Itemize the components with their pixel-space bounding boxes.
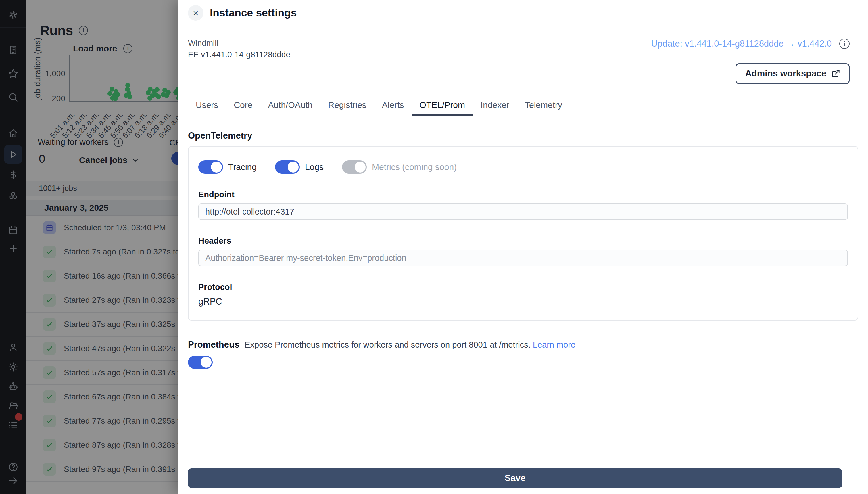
version-block: Windmill EE v1.441.0-14-g81128ddde [188,39,290,59]
metrics-coming-soon--toggle [342,160,367,174]
edition-version: EE v1.441.0-14-g81128ddde [188,50,290,59]
logs-toggle[interactable] [275,160,300,174]
update-wrap: Update: v1.441.0-14-g81128ddde → v1.442.… [651,39,858,49]
otel-toggles: TracingLogsMetrics (coming soon) [198,160,848,174]
external-link-icon [831,69,840,78]
toggle-group-logs: Logs [275,160,323,174]
update-link[interactable]: Update: v1.441.0-14-g81128ddde → v1.442.… [651,39,832,49]
save-button[interactable]: Save [188,469,842,488]
settings-tabs: UsersCoreAuth/OAuthRegistriesAlertsOTEL/… [188,97,858,116]
otel-card: TracingLogsMetrics (coming soon) Endpoin… [188,146,858,321]
close-button[interactable]: × [188,5,203,21]
tab-registries[interactable]: Registries [320,97,374,116]
toggle-knob [288,162,299,172]
tab-otel-prom[interactable]: OTEL/Prom [412,97,473,116]
tab-auth-oauth[interactable]: Auth/OAuth [260,97,320,116]
toggle-label: Tracing [228,162,257,172]
toggle-label: Metrics (coming soon) [372,162,457,172]
protocol-value: gRPC [198,297,848,307]
prometheus-line: Prometheus Expose Prometheus metrics for… [188,340,858,350]
instance-settings-modal: × Instance settings Windmill EE v1.441.0… [178,0,868,494]
screen: Runs Load more job duration (ms) 1,000 2… [0,0,868,494]
tracing-toggle[interactable] [198,160,223,174]
info-icon[interactable] [839,39,850,49]
endpoint-input[interactable] [198,203,848,220]
version-row: Windmill EE v1.441.0-14-g81128ddde Updat… [188,26,858,59]
modal-header: × Instance settings [178,0,868,26]
modal-title: Instance settings [210,7,297,19]
tab-indexer[interactable]: Indexer [473,97,517,116]
modal-body: Windmill EE v1.441.0-14-g81128ddde Updat… [178,26,868,494]
prometheus-toggle[interactable] [188,356,213,369]
tab-alerts[interactable]: Alerts [374,97,412,116]
toggle-knob [211,162,222,172]
protocol-label: Protocol [198,282,848,292]
learn-more-link[interactable]: Learn more [533,340,575,349]
headers-input[interactable] [198,250,848,266]
tab-core[interactable]: Core [226,97,260,116]
admins-row: Admins workspace [188,63,858,84]
prometheus-block: Prometheus Expose Prometheus metrics for… [188,340,858,369]
app-name: Windmill [188,39,290,48]
tab-users[interactable]: Users [188,97,226,116]
admins-workspace-button[interactable]: Admins workspace [735,63,850,84]
headers-label: Headers [198,236,848,246]
prometheus-title: Prometheus [188,340,239,350]
toggle-group-metrics-coming-soon-: Metrics (coming soon) [342,160,457,174]
toggle-label: Logs [305,162,323,172]
admins-workspace-label: Admins workspace [745,69,826,79]
toggle-knob [201,357,212,368]
toggle-group-tracing: Tracing [198,160,257,174]
otel-section-title: OpenTelemetry [188,131,858,141]
tab-telemetry[interactable]: Telemetry [517,97,570,116]
toggle-knob [355,162,366,172]
endpoint-label: Endpoint [198,190,848,199]
prometheus-description: Expose Prometheus metrics for workers an… [244,340,530,349]
